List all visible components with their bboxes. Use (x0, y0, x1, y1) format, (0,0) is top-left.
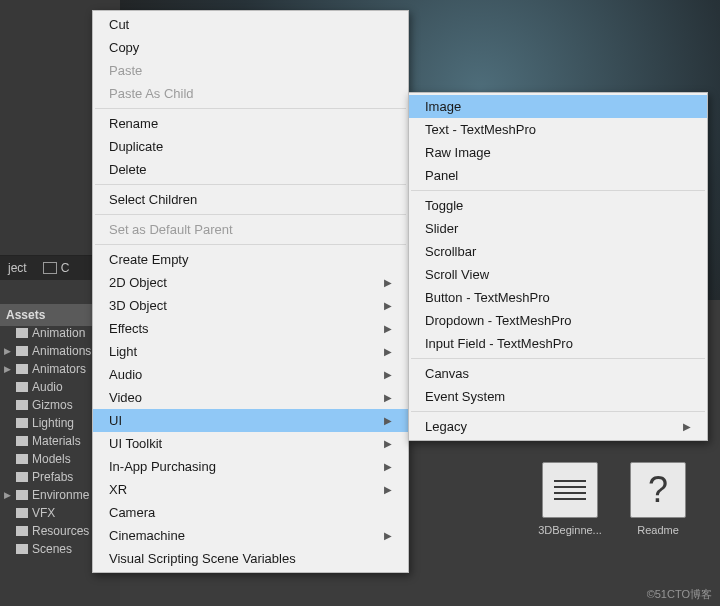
menu-item-image[interactable]: Image (409, 95, 707, 118)
submenu-arrow-icon: ▶ (384, 392, 392, 403)
folder-icon (16, 508, 28, 518)
menu-item-event-system[interactable]: Event System (409, 385, 707, 408)
menu-item-label: Event System (425, 389, 505, 404)
menu-item-label: Canvas (425, 366, 469, 381)
ui-submenu[interactable]: ImageText - TextMeshProRaw ImagePanelTog… (408, 92, 708, 441)
menu-item-audio[interactable]: Audio▶ (93, 363, 408, 386)
menu-item-video[interactable]: Video▶ (93, 386, 408, 409)
menu-item-label: Legacy (425, 419, 467, 434)
menu-item-dropdown-textmeshpro[interactable]: Dropdown - TextMeshPro (409, 309, 707, 332)
menu-item-canvas[interactable]: Canvas (409, 362, 707, 385)
menu-item-label: Camera (109, 505, 155, 520)
menu-item-label: Raw Image (425, 145, 491, 160)
menu-item-scroll-view[interactable]: Scroll View (409, 263, 707, 286)
menu-item-camera[interactable]: Camera (93, 501, 408, 524)
project-tab[interactable]: ject (0, 257, 35, 279)
menu-item-set-as-default-parent: Set as Default Parent (93, 218, 408, 241)
menu-item-duplicate[interactable]: Duplicate (93, 135, 408, 158)
menu-item-3d-object[interactable]: 3D Object▶ (93, 294, 408, 317)
menu-item-delete[interactable]: Delete (93, 158, 408, 181)
folder-icon (16, 418, 28, 428)
menu-item-panel[interactable]: Panel (409, 164, 707, 187)
expand-icon: ▶ (2, 490, 12, 500)
menu-item-2d-object[interactable]: 2D Object▶ (93, 271, 408, 294)
asset-label: Animators (32, 362, 86, 376)
menu-item-label: Slider (425, 221, 458, 236)
menu-item-visual-scripting-scene-variables[interactable]: Visual Scripting Scene Variables (93, 547, 408, 570)
menu-item-label: Effects (109, 321, 149, 336)
menu-item-label: Scrollbar (425, 244, 476, 259)
menu-item-label: Scroll View (425, 267, 489, 282)
submenu-arrow-icon: ▶ (683, 421, 691, 432)
asset-label: Audio (32, 380, 63, 394)
watermark: ©51CTO博客 (647, 587, 712, 602)
folder-icon (16, 436, 28, 446)
asset-thumb[interactable]: ?Readme (626, 462, 690, 536)
menu-separator (95, 108, 406, 109)
menu-item-label: Rename (109, 116, 158, 131)
menu-item-toggle[interactable]: Toggle (409, 194, 707, 217)
menu-item-slider[interactable]: Slider (409, 217, 707, 240)
submenu-arrow-icon: ▶ (384, 415, 392, 426)
asset-label: Prefabs (32, 470, 73, 484)
menu-item-text-textmeshpro[interactable]: Text - TextMeshPro (409, 118, 707, 141)
asset-label: Environme (32, 488, 89, 502)
menu-item-rename[interactable]: Rename (93, 112, 408, 135)
folder-icon (16, 346, 28, 356)
menu-item-label: Delete (109, 162, 147, 177)
menu-item-label: Panel (425, 168, 458, 183)
menu-item-scrollbar[interactable]: Scrollbar (409, 240, 707, 263)
expand-icon: ▶ (2, 346, 12, 356)
menu-item-label: Video (109, 390, 142, 405)
menu-item-legacy[interactable]: Legacy▶ (409, 415, 707, 438)
menu-item-label: Create Empty (109, 252, 188, 267)
menu-item-in-app-purchasing[interactable]: In-App Purchasing▶ (93, 455, 408, 478)
menu-item-label: Light (109, 344, 137, 359)
menu-item-ui-toolkit[interactable]: UI Toolkit▶ (93, 432, 408, 455)
submenu-arrow-icon: ▶ (384, 438, 392, 449)
menu-item-cinemachine[interactable]: Cinemachine▶ (93, 524, 408, 547)
menu-item-label: Button - TextMeshPro (425, 290, 550, 305)
console-tab[interactable]: C (35, 257, 78, 279)
menu-item-label: Cut (109, 17, 129, 32)
menu-item-light[interactable]: Light▶ (93, 340, 408, 363)
submenu-arrow-icon: ▶ (384, 484, 392, 495)
menu-item-label: Audio (109, 367, 142, 382)
menu-item-label: Cinemachine (109, 528, 185, 543)
submenu-arrow-icon: ▶ (384, 323, 392, 334)
menu-item-create-empty[interactable]: Create Empty (93, 248, 408, 271)
menu-separator (411, 190, 705, 191)
menu-item-select-children[interactable]: Select Children (93, 188, 408, 211)
menu-item-label: XR (109, 482, 127, 497)
menu-item-label: In-App Purchasing (109, 459, 216, 474)
folder-icon (16, 526, 28, 536)
menu-separator (95, 214, 406, 215)
menu-item-xr[interactable]: XR▶ (93, 478, 408, 501)
menu-item-effects[interactable]: Effects▶ (93, 317, 408, 340)
menu-item-ui[interactable]: UI▶ (93, 409, 408, 432)
menu-item-label: Image (425, 99, 461, 114)
folder-icon (16, 472, 28, 482)
menu-item-cut[interactable]: Cut (93, 13, 408, 36)
menu-item-label: Set as Default Parent (109, 222, 233, 237)
menu-item-label: 3D Object (109, 298, 167, 313)
asset-label: Gizmos (32, 398, 73, 412)
context-menu[interactable]: CutCopyPastePaste As ChildRenameDuplicat… (92, 10, 409, 573)
menu-item-label: Paste (109, 63, 142, 78)
menu-item-copy[interactable]: Copy (93, 36, 408, 59)
menu-item-raw-image[interactable]: Raw Image (409, 141, 707, 164)
menu-item-input-field-textmeshpro[interactable]: Input Field - TextMeshPro (409, 332, 707, 355)
menu-item-label: Input Field - TextMeshPro (425, 336, 573, 351)
console-icon (43, 262, 57, 274)
menu-item-label: Paste As Child (109, 86, 194, 101)
menu-item-button-textmeshpro[interactable]: Button - TextMeshPro (409, 286, 707, 309)
submenu-arrow-icon: ▶ (384, 461, 392, 472)
menu-separator (411, 358, 705, 359)
menu-item-label: Duplicate (109, 139, 163, 154)
asset-thumb[interactable]: 3DBeginne... (538, 462, 602, 536)
folder-icon (16, 328, 28, 338)
folder-icon (16, 382, 28, 392)
menu-item-paste: Paste (93, 59, 408, 82)
folder-icon (16, 454, 28, 464)
folder-icon (16, 544, 28, 554)
